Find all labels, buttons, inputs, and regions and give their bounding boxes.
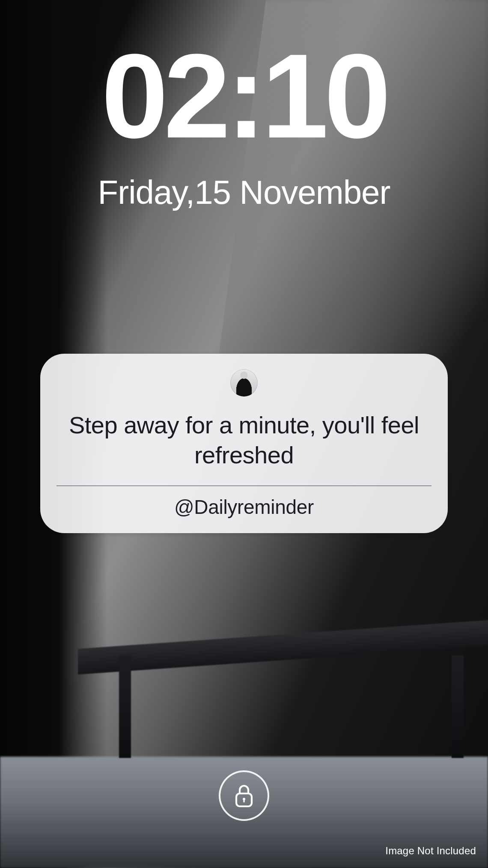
wallpaper-bench xyxy=(78,634,488,779)
notification-message: Step away for a minute, you'll feel refr… xyxy=(59,410,429,470)
svg-rect-2 xyxy=(243,799,244,802)
lock-icon xyxy=(234,783,254,808)
notification-avatar xyxy=(230,369,258,397)
unlock-button[interactable] xyxy=(219,770,269,821)
notification-source: @Dailyreminder xyxy=(59,495,429,519)
attribution-text: Image Not Included xyxy=(385,845,476,857)
notification-divider xyxy=(57,486,431,486)
notification-card[interactable]: Step away for a minute, you'll feel refr… xyxy=(40,354,448,533)
lock-date: Friday,15 November xyxy=(0,173,488,212)
lock-time: 02:10 xyxy=(0,36,488,156)
